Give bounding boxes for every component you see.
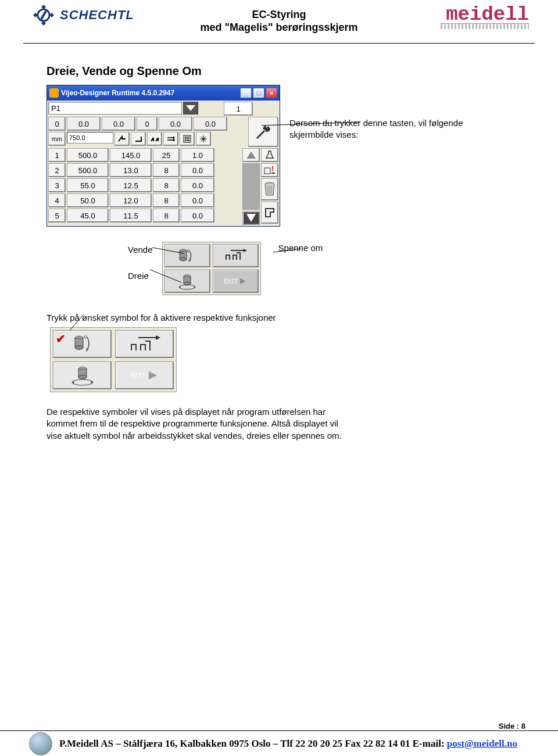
data-cell[interactable]: 55.0 bbox=[67, 178, 109, 192]
data-cell[interactable]: 45.0 bbox=[67, 209, 109, 223]
svg-rect-12 bbox=[264, 168, 270, 174]
data-cell[interactable]: 50.0 bbox=[67, 194, 109, 207]
symbol-dialog-large: ✔ EXIT bbox=[50, 327, 177, 392]
exit-arrow-icon bbox=[148, 370, 158, 381]
app-icon bbox=[49, 88, 59, 98]
screenshot-window: Vijeo-Designer Runtime 4.5.0.2947 _ □ × … bbox=[46, 85, 280, 227]
page-number: Side : 8 bbox=[499, 722, 525, 730]
footer-email-link[interactable]: post@meidell.no bbox=[447, 738, 517, 749]
close-button[interactable]: × bbox=[266, 88, 277, 98]
titlebar-text: Vijeo-Designer Runtime 4.5.0.2947 bbox=[61, 89, 239, 97]
dreie-button-large[interactable] bbox=[53, 361, 112, 389]
svg-point-37 bbox=[72, 379, 93, 385]
hdr-cell: 0.0 bbox=[67, 117, 101, 131]
minimize-button[interactable]: _ bbox=[240, 88, 252, 98]
mgf-emblem-icon bbox=[29, 732, 52, 755]
dreie-button[interactable] bbox=[164, 270, 210, 293]
callout-text: Dersom du trykker denne tasten, vil følg… bbox=[289, 117, 475, 140]
data-cell[interactable]: 13.0 bbox=[110, 163, 152, 177]
hdr-cell: 0 bbox=[137, 117, 158, 131]
page-header: SCHECHTL EC-Styring med "Magelis" berøri… bbox=[23, 0, 535, 44]
side-icon-flask[interactable] bbox=[261, 148, 278, 162]
wrench-button[interactable] bbox=[248, 117, 278, 147]
step-arrow-icon bbox=[129, 334, 160, 354]
tool-btn[interactable] bbox=[180, 132, 195, 146]
data-cell[interactable]: 145.0 bbox=[110, 148, 152, 162]
side-icon-trash[interactable] bbox=[261, 178, 278, 200]
footer-company: P.Meidell AS – Stålfjæra 16, Kalbakken 0… bbox=[59, 738, 447, 749]
vende-button-large[interactable]: ✔ bbox=[53, 330, 112, 358]
data-cell[interactable]: 8 bbox=[153, 178, 180, 192]
cylinder-rotate-icon bbox=[177, 273, 197, 290]
cylinder-rotate-icon bbox=[69, 364, 96, 387]
side-icon-alert[interactable]: ! bbox=[261, 163, 278, 177]
star-icon bbox=[199, 135, 208, 143]
row-num: 1 bbox=[48, 148, 66, 162]
hdr-cell: 0 bbox=[48, 117, 66, 131]
data-cell[interactable]: 0.0 bbox=[181, 194, 214, 207]
dropdown-toggle[interactable] bbox=[183, 102, 198, 114]
mm-input[interactable]: 750.0 bbox=[67, 132, 113, 144]
data-cell[interactable]: 12.5 bbox=[110, 178, 152, 192]
maximize-button[interactable]: □ bbox=[253, 88, 264, 98]
hdr-cell: 0.0 bbox=[102, 117, 135, 131]
scrollbar-track[interactable] bbox=[242, 163, 260, 210]
section-heading: Dreie, Vende og Spenne Om bbox=[46, 65, 512, 78]
symbol-dialog-large-wrap: ✔ EXIT bbox=[50, 327, 512, 392]
content-area: Dreie, Vende og Spenne Om Vijeo-Designer… bbox=[0, 44, 558, 442]
step-arrow-icon bbox=[224, 248, 247, 263]
tool-btn[interactable] bbox=[147, 132, 162, 146]
data-cell[interactable]: 8 bbox=[153, 163, 180, 177]
svg-point-22 bbox=[180, 257, 187, 261]
calculator-icon bbox=[183, 135, 191, 143]
svg-point-36 bbox=[78, 375, 87, 379]
svg-rect-8 bbox=[188, 138, 189, 139]
scroll-down[interactable] bbox=[242, 211, 260, 225]
row-num: 2 bbox=[48, 163, 66, 177]
side-icon-shape[interactable] bbox=[261, 202, 278, 224]
tool-btn[interactable] bbox=[196, 132, 211, 146]
data-cell[interactable]: 25 bbox=[153, 148, 180, 162]
cylinder-flip-icon bbox=[70, 333, 95, 355]
shape-icon bbox=[263, 206, 276, 219]
mm-value: 750.0 bbox=[69, 134, 85, 141]
tool-btn[interactable] bbox=[115, 132, 130, 146]
svg-rect-4 bbox=[187, 137, 188, 138]
mid-labels: Vende Dreie bbox=[128, 242, 153, 284]
exit-button-large[interactable]: EXIT bbox=[115, 361, 174, 389]
spenne-button[interactable] bbox=[213, 244, 259, 267]
data-cell[interactable]: 0.0 bbox=[181, 163, 214, 177]
alert-icon: ! bbox=[263, 166, 276, 175]
data-cell[interactable]: 1.0 bbox=[181, 148, 214, 162]
exit-button[interactable]: EXIT bbox=[213, 270, 259, 293]
row-num: 3 bbox=[48, 178, 66, 192]
data-cell[interactable]: 0.0 bbox=[181, 209, 214, 223]
data-cell[interactable]: 11.5 bbox=[110, 209, 152, 223]
triangle-down-icon bbox=[246, 214, 256, 222]
scroll-up[interactable] bbox=[242, 148, 260, 162]
data-cell[interactable]: 500.0 bbox=[67, 148, 109, 162]
tool-btn[interactable] bbox=[163, 132, 178, 146]
svg-text:!: ! bbox=[271, 166, 274, 173]
spenne-button-large[interactable] bbox=[115, 330, 174, 358]
tool-btn[interactable] bbox=[131, 132, 146, 146]
data-cell[interactable]: 8 bbox=[153, 209, 180, 223]
svg-rect-5 bbox=[188, 137, 189, 138]
right-brand-underline-icon bbox=[441, 23, 529, 29]
page-footer: P.Meidell AS – Stålfjæra 16, Kalbakken 0… bbox=[0, 730, 558, 756]
equal-arrows-icon bbox=[166, 135, 176, 142]
program-name-input[interactable]: P1 bbox=[48, 102, 182, 114]
row-num: 4 bbox=[48, 194, 66, 207]
data-cell[interactable]: 0.0 bbox=[181, 178, 214, 192]
svg-rect-9 bbox=[185, 140, 186, 141]
svg-rect-11 bbox=[188, 140, 189, 141]
maximize-glyph: □ bbox=[257, 89, 261, 96]
data-cell[interactable]: 8 bbox=[153, 194, 180, 207]
data-cell[interactable]: 12.0 bbox=[110, 194, 152, 207]
window-body: P1 1 0 0.0 0.0 0 0.0 0.0 bbox=[47, 101, 280, 226]
arrows-icon bbox=[150, 135, 159, 142]
vende-button[interactable] bbox=[164, 244, 210, 267]
exit-label: EXIT bbox=[131, 372, 145, 379]
footer-text: P.Meidell AS – Stålfjæra 16, Kalbakken 0… bbox=[59, 738, 517, 750]
data-cell[interactable]: 500.0 bbox=[67, 163, 109, 177]
